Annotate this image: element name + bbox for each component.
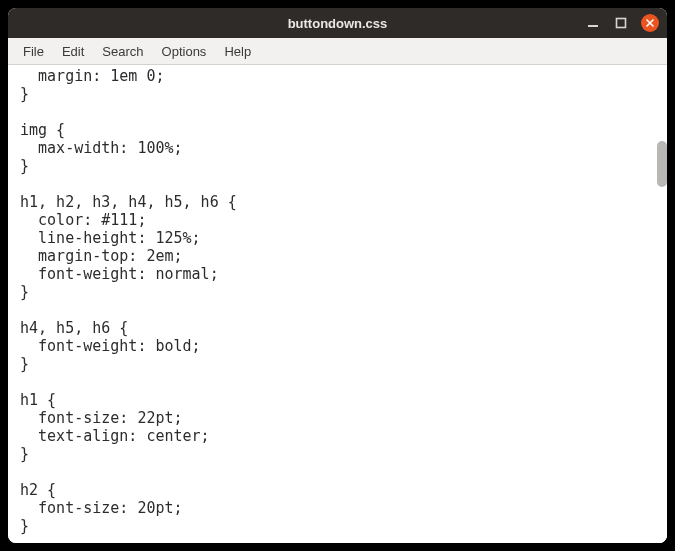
- app-window: buttondown.css File Edit Search: [8, 8, 667, 543]
- menu-edit[interactable]: Edit: [53, 41, 93, 62]
- menu-search[interactable]: Search: [93, 41, 152, 62]
- menu-help[interactable]: Help: [215, 41, 260, 62]
- maximize-icon: [615, 17, 627, 29]
- vertical-scrollbar-thumb[interactable]: [657, 141, 667, 187]
- vertical-scrollbar-track[interactable]: [653, 65, 667, 543]
- menu-file[interactable]: File: [14, 41, 53, 62]
- close-icon: [645, 18, 655, 28]
- window-title: buttondown.css: [8, 16, 667, 31]
- maximize-button[interactable]: [613, 15, 629, 31]
- menubar: File Edit Search Options Help: [8, 38, 667, 65]
- editor-area[interactable]: margin: 1em 0; } img { max-width: 100%; …: [8, 65, 667, 543]
- close-button[interactable]: [641, 14, 659, 32]
- minimize-icon: [587, 17, 599, 29]
- svg-rect-0: [588, 25, 598, 27]
- minimize-button[interactable]: [585, 15, 601, 31]
- svg-rect-1: [617, 19, 626, 28]
- window-controls: [585, 8, 659, 38]
- editor-content[interactable]: margin: 1em 0; } img { max-width: 100%; …: [8, 65, 652, 543]
- titlebar[interactable]: buttondown.css: [8, 8, 667, 38]
- menu-options[interactable]: Options: [153, 41, 216, 62]
